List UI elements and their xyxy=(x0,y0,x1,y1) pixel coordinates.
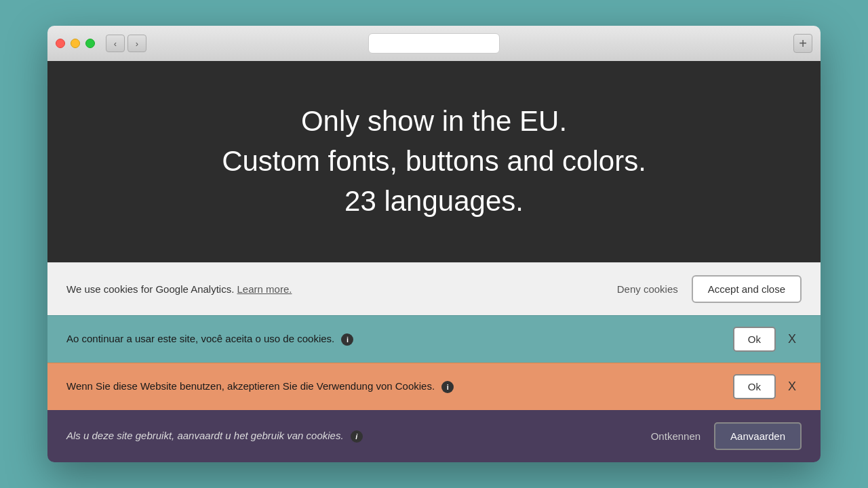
browser-window: ‹ › + Only show in the EU. Custom fonts,… xyxy=(47,26,821,462)
banner3-close-button[interactable]: X xyxy=(783,377,802,396)
banner2-text: Ao continuar a usar este site, você acei… xyxy=(66,333,334,344)
minimize-window-button[interactable] xyxy=(71,39,80,48)
banner2-info-icon[interactable]: i xyxy=(341,333,353,346)
back-icon: ‹ xyxy=(114,39,117,49)
aanvaarden-button[interactable]: Aanvaarden xyxy=(714,422,802,450)
banner3-actions: Ok X xyxy=(733,374,802,399)
plus-icon: + xyxy=(799,37,807,50)
hero-section: Only show in the EU. Custom fonts, butto… xyxy=(47,61,821,262)
banner2-ok-button[interactable]: Ok xyxy=(733,327,776,352)
banner3-text: Wenn Sie diese Website benutzen, akzepti… xyxy=(66,380,435,392)
traffic-lights xyxy=(56,39,95,48)
cookie-banner-4: Als u deze site gebruikt, aanvaardt u he… xyxy=(47,410,821,462)
banner4-message: Als u deze site gebruikt, aanvaardt u he… xyxy=(66,430,651,443)
close-window-button[interactable] xyxy=(56,39,65,48)
new-tab-button[interactable]: + xyxy=(793,34,812,53)
hero-text: Only show in the EU. Custom fonts, butto… xyxy=(61,102,807,221)
banner1-text: We use cookies for Google Analytics. xyxy=(66,283,234,295)
banner2-message: Ao continuar a usar este site, você acei… xyxy=(66,333,733,346)
deny-cookies-button[interactable]: Deny cookies xyxy=(617,283,678,295)
ontkennen-button[interactable]: Ontkennen xyxy=(651,430,701,442)
banner2-actions: Ok X xyxy=(733,327,802,352)
cookie-banner-2: Ao continuar a usar este site, você acei… xyxy=(47,315,821,363)
forward-icon: › xyxy=(136,39,138,49)
back-button[interactable]: ‹ xyxy=(106,35,125,52)
hero-line1: Only show in the EU. xyxy=(301,105,567,137)
banner3-info-icon[interactable]: i xyxy=(441,381,454,393)
accept-and-close-button[interactable]: Accept and close xyxy=(692,275,802,303)
banner4-text: Als u deze site gebruikt, aanvaardt u he… xyxy=(66,430,344,441)
forward-button[interactable]: › xyxy=(127,35,146,52)
banner1-learn-more-link[interactable]: Learn more. xyxy=(237,283,292,295)
banner2-close-button[interactable]: X xyxy=(783,329,802,349)
cookie-banner-3: Wenn Sie diese Website benutzen, akzepti… xyxy=(47,363,821,410)
banner1-actions: Deny cookies Accept and close xyxy=(617,275,802,303)
banner4-info-icon[interactable]: i xyxy=(351,430,363,443)
cookie-banner-1: We use cookies for Google Analytics. Lea… xyxy=(47,262,821,315)
title-bar: ‹ › + xyxy=(47,26,821,61)
nav-buttons: ‹ › xyxy=(106,35,146,52)
banner3-ok-button[interactable]: Ok xyxy=(733,374,776,399)
maximize-window-button[interactable] xyxy=(85,39,95,48)
url-input[interactable] xyxy=(368,33,500,54)
hero-line3: 23 languages. xyxy=(344,185,524,217)
banner1-message: We use cookies for Google Analytics. Lea… xyxy=(66,283,617,295)
banner3-message: Wenn Sie diese Website benutzen, akzepti… xyxy=(66,380,733,393)
url-bar[interactable] xyxy=(368,33,500,54)
hero-line2: Custom fonts, buttons and colors. xyxy=(222,145,646,177)
banner4-actions: Ontkennen Aanvaarden xyxy=(651,422,802,450)
